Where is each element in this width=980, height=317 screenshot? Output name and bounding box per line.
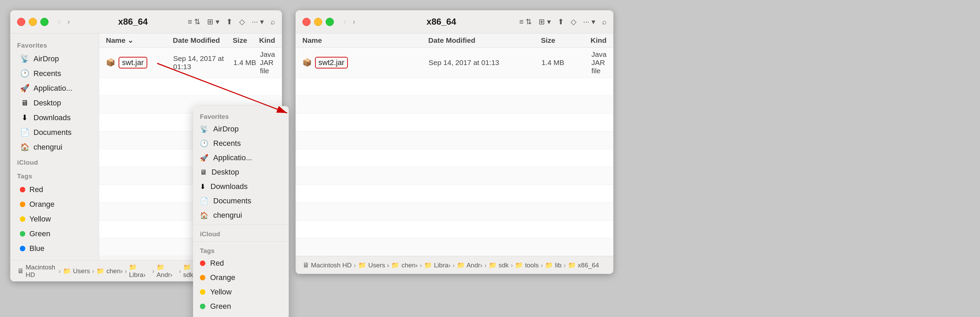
col-date-header-left[interactable]: Date Modified: [173, 36, 233, 45]
dropdown-dot-yellow: [200, 289, 205, 295]
more-icon[interactable]: ··· ▾: [252, 18, 264, 26]
tags-label-left: Tags: [10, 168, 99, 182]
dropdown-item-desktop[interactable]: 🖥 Desktop: [193, 165, 289, 179]
share-icon[interactable]: ⬆: [226, 18, 232, 26]
favorites-label-left: Favorites: [10, 38, 99, 51]
breadcrumb-tools-right[interactable]: 📁 tools: [515, 261, 539, 269]
toolbar-icons-right: ≡ ⇅ ⊞ ▾ ⬆ ◇ ··· ▾ ⌕: [519, 18, 606, 26]
chen-icon-left: 📁: [96, 267, 105, 275]
dropdown-item-airdrop[interactable]: 📡 AirDrop: [193, 122, 289, 136]
share-icon-right[interactable]: ⬆: [558, 18, 564, 26]
breadcrumb-users-left[interactable]: 📁 Users: [63, 267, 90, 275]
close-button-right[interactable]: [302, 18, 310, 26]
col-name-header-left[interactable]: Name ⌄: [106, 36, 173, 45]
dropdown-tags-label: Tags: [193, 244, 289, 256]
grid-view-icon-right[interactable]: ⊞ ▾: [539, 18, 550, 26]
maximize-button-left[interactable]: [40, 18, 49, 26]
tag-label-blue-left: Blue: [29, 244, 45, 253]
dropdown-tag-orange[interactable]: Orange: [193, 271, 289, 285]
col-name-header-right[interactable]: Name: [302, 36, 428, 45]
minimize-button-left[interactable]: [29, 18, 37, 26]
breadcrumb-hd-left[interactable]: 🖥 Macintosh HD: [17, 264, 56, 279]
right-finder-window: ‹ › x86_64 ≡ ⇅ ⊞ ▾ ⬆ ◇ ··· ▾ ⌕ Name: [296, 10, 613, 274]
more-icon-right[interactable]: ··· ▾: [583, 18, 595, 26]
sidebar-item-desktop-left[interactable]: 🖥 Desktop: [13, 96, 96, 110]
traffic-lights-left: [17, 18, 49, 26]
dropdown-item-applications[interactable]: 🚀 Applicatio...: [193, 150, 289, 165]
tag-dot-orange-left: [20, 202, 25, 207]
grid-view-icon[interactable]: ⊞ ▾: [207, 18, 219, 26]
close-button-left[interactable]: [17, 18, 25, 26]
col-kind-header-right[interactable]: Kind: [590, 36, 606, 45]
forward-button-right[interactable]: ›: [350, 16, 358, 28]
list-view-icon-right[interactable]: ≡ ⇅: [519, 18, 532, 26]
breadcrumb-chen-left[interactable]: 📁 chen›: [96, 267, 123, 275]
sidebar-item-documents-left[interactable]: 📄 Documents: [13, 125, 96, 140]
dropdown-item-recents[interactable]: 🕐 Recents: [193, 136, 289, 150]
file-icon-right: 📦: [302, 58, 312, 67]
back-button-right[interactable]: ‹: [340, 16, 348, 28]
sidebar-item-applications-left[interactable]: 🚀 Applicatio...: [13, 81, 96, 96]
empty-row-10-right: [296, 238, 613, 256]
sidebar-item-downloads-left[interactable]: ⬇ Downloads: [13, 110, 96, 125]
back-button-left[interactable]: ‹: [56, 16, 63, 28]
users-icon-right: 📁: [358, 261, 366, 269]
sidebar-item-airdrop-left[interactable]: 📡 AirDrop: [13, 52, 96, 66]
column-headers-left: Name ⌄ Date Modified Size Kind: [99, 34, 282, 48]
col-date-header-right[interactable]: Date Modified: [428, 36, 541, 45]
col-size-header-left[interactable]: Size: [233, 36, 259, 45]
tag-icon-right[interactable]: ◇: [571, 18, 576, 26]
breadcrumb-libra-left[interactable]: 📁 Libra›: [129, 263, 150, 279]
dropdown-label-red: Red: [210, 259, 224, 268]
dropdown-item-downloads[interactable]: ⬇ Downloads: [193, 179, 289, 194]
breadcrumb-libra-right[interactable]: 📁 Libra›: [424, 261, 451, 269]
maximize-button-right[interactable]: [326, 18, 334, 26]
forward-button-left[interactable]: ›: [65, 16, 72, 28]
dropdown-tag-green[interactable]: Green: [193, 299, 289, 314]
breadcrumb-sdk-right[interactable]: 📁 sdk: [488, 261, 509, 269]
search-icon-right[interactable]: ⌕: [602, 18, 606, 26]
file-row-swt2-jar[interactable]: 📦 swt2.jar Sep 14, 2017 at 01:13 1.4 MB …: [296, 48, 613, 78]
col-kind-header-left[interactable]: Kind: [259, 36, 275, 45]
sidebar-item-chengrui-left[interactable]: 🏠 chengrui: [13, 140, 96, 154]
breadcrumb-andr-left[interactable]: 📁 Andr›: [156, 263, 177, 279]
list-view-icon[interactable]: ≡ ⇅: [188, 18, 200, 26]
file-row-swt-jar[interactable]: 📦 swt.jar Sep 14, 2017 at 01:13 1.4 MB J…: [99, 48, 282, 78]
sidebar-label-downloads-left: Downloads: [33, 113, 71, 122]
sidebar-tag-red-left[interactable]: Red: [13, 183, 96, 197]
breadcrumb-hd-right[interactable]: 🖥 Macintosh HD: [302, 261, 352, 269]
col-size-header-right[interactable]: Size: [541, 36, 590, 45]
sidebar-tag-green-left[interactable]: Green: [13, 227, 96, 241]
sidebar-tag-yellow-left[interactable]: Yellow: [13, 212, 96, 226]
sidebar-tag-blue-left[interactable]: Blue: [13, 241, 96, 256]
empty-row-5-right: [296, 149, 613, 167]
tag-dot-red-left: [20, 187, 25, 192]
breadcrumb-chen-right[interactable]: 📁 chen›: [391, 261, 418, 269]
dropdown-item-chengrui[interactable]: 🏠 chengrui: [193, 208, 289, 223]
home-icon-left: 🏠: [20, 143, 29, 152]
breadcrumb-users-right[interactable]: 📁 Users ›: [358, 261, 389, 269]
dropdown-label-orange: Orange: [210, 273, 235, 282]
dropdown-item-documents[interactable]: 📄 Documents: [193, 194, 289, 208]
breadcrumb-lib-right[interactable]: 📁 lib: [545, 261, 562, 269]
titlebar-right: ‹ › x86_64 ≡ ⇅ ⊞ ▾ ⬆ ◇ ··· ▾ ⌕: [296, 10, 613, 34]
toolbar-icons-left: ≡ ⇅ ⊞ ▾ ⬆ ◇ ··· ▾ ⌕: [188, 18, 275, 26]
search-icon[interactable]: ⌕: [270, 18, 275, 26]
tag-icon[interactable]: ◇: [239, 18, 245, 26]
sidebar-label-recents-left: Recents: [33, 69, 61, 78]
sidebar-item-recents-left[interactable]: 🕐 Recents: [13, 66, 96, 81]
dropdown-overlay: Favorites 📡 AirDrop 🕐 Recents 🚀 Applicat…: [193, 106, 289, 317]
dropdown-applications-label: Applicatio...: [213, 154, 252, 162]
documents-icon-left: 📄: [20, 128, 29, 137]
sidebar-tag-orange-left[interactable]: Orange: [13, 197, 96, 211]
breadcrumb-x8664-right[interactable]: 📁 x86_64: [568, 261, 599, 269]
empty-row-8-right: [296, 203, 613, 221]
statusbar-right: 🖥 Macintosh HD › 📁 Users › 📁 chen› › 📁 L…: [296, 256, 613, 274]
breadcrumb-andr-right[interactable]: 📁 Andr›: [457, 261, 482, 269]
dropdown-tag-red[interactable]: Red: [193, 256, 289, 271]
dropdown-desktop-icon: 🖥: [200, 168, 207, 176]
dropdown-tag-yellow[interactable]: Yellow: [193, 285, 289, 299]
dropdown-tag-blue[interactable]: Blue: [193, 314, 289, 317]
minimize-button-right[interactable]: [314, 18, 322, 26]
file-kind-right: Java JAR file: [592, 50, 606, 75]
